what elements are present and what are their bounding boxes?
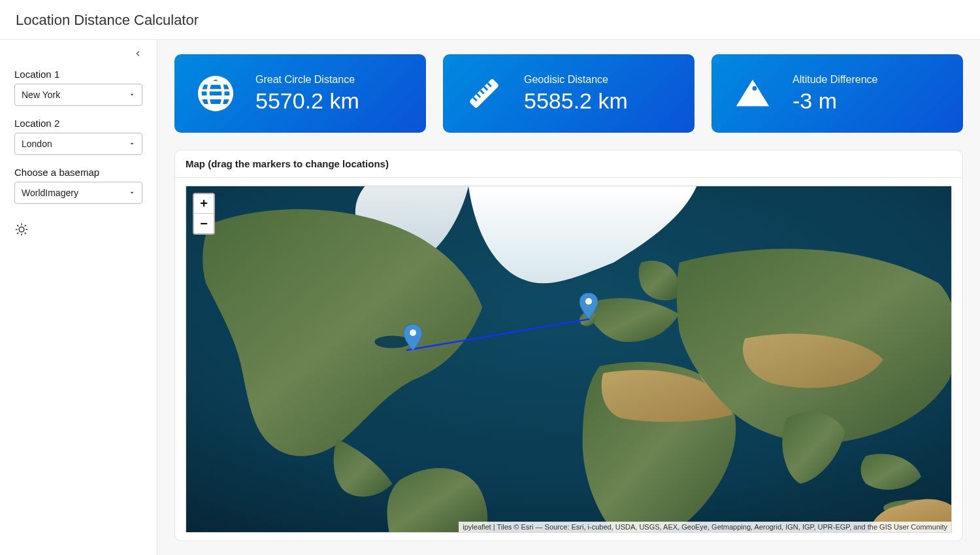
svg-point-3 bbox=[19, 227, 24, 232]
metric-cards: Great Circle Distance 5570.2 km bbox=[174, 54, 963, 133]
location-2-label: Location 2 bbox=[14, 118, 142, 129]
svg-line-9 bbox=[25, 233, 26, 234]
page-title: Location Distance Calculator bbox=[16, 12, 964, 29]
theme-toggle-icon[interactable] bbox=[14, 222, 142, 239]
map-card: Map (drag the markers to change location… bbox=[174, 150, 963, 541]
ruler-icon bbox=[461, 71, 507, 116]
card-geodisic-title: Geodisic Distance bbox=[524, 74, 628, 86]
sidebar: Location 1 New York Location 2 London Ch… bbox=[0, 40, 157, 555]
card-geodisic: Geodisic Distance 5585.2 km bbox=[443, 54, 694, 133]
svg-line-11 bbox=[25, 225, 26, 226]
card-geodisic-value: 5585.2 km bbox=[524, 88, 628, 114]
location-2-select[interactable]: London bbox=[14, 133, 142, 155]
svg-marker-2 bbox=[131, 192, 134, 194]
mountain-icon bbox=[730, 71, 776, 116]
basemap-label: Choose a basemap bbox=[14, 167, 142, 178]
zoom-in-button[interactable]: + bbox=[194, 194, 214, 214]
globe-icon bbox=[193, 71, 238, 116]
zoom-out-button[interactable]: − bbox=[194, 214, 214, 233]
svg-marker-1 bbox=[131, 143, 134, 145]
map-attribution: ipyleaflet | Tiles © Esri — Source: Esri… bbox=[459, 522, 951, 532]
map-viewport[interactable]: + − bbox=[186, 186, 952, 533]
svg-point-23 bbox=[410, 329, 416, 336]
basemap-select[interactable]: WorldImagery bbox=[14, 182, 142, 204]
main-content: Great Circle Distance 5570.2 km bbox=[157, 40, 980, 555]
card-altitude-value: -3 m bbox=[792, 88, 877, 114]
location-1-select[interactable]: New York bbox=[14, 84, 142, 106]
location-1-value: New York bbox=[22, 90, 60, 100]
chevron-down-icon bbox=[129, 139, 135, 149]
svg-marker-0 bbox=[131, 94, 134, 96]
world-map-svg bbox=[186, 186, 951, 532]
card-great-circle-value: 5570.2 km bbox=[255, 88, 359, 114]
svg-line-8 bbox=[17, 225, 18, 226]
map-marker-location-2[interactable] bbox=[580, 293, 598, 319]
page-header: Location Distance Calculator bbox=[0, 0, 980, 40]
map-marker-location-1[interactable] bbox=[404, 324, 422, 350]
card-altitude-title: Altitude Difference bbox=[792, 74, 877, 86]
location-1-label: Location 1 bbox=[14, 69, 142, 80]
map-header: Map (drag the markers to change location… bbox=[175, 150, 962, 178]
sidebar-collapse-icon[interactable] bbox=[133, 49, 142, 61]
chevron-down-icon bbox=[129, 188, 135, 198]
card-great-circle: Great Circle Distance 5570.2 km bbox=[174, 54, 426, 133]
map-zoom-controls: + − bbox=[193, 193, 215, 235]
location-2-value: London bbox=[22, 139, 52, 149]
svg-line-10 bbox=[17, 233, 18, 234]
basemap-value: WorldImagery bbox=[22, 188, 78, 198]
svg-point-24 bbox=[585, 298, 592, 305]
card-great-circle-title: Great Circle Distance bbox=[255, 74, 359, 86]
svg-point-18 bbox=[753, 86, 757, 91]
card-altitude: Altitude Difference -3 m bbox=[711, 54, 963, 133]
chevron-down-icon bbox=[129, 90, 135, 100]
